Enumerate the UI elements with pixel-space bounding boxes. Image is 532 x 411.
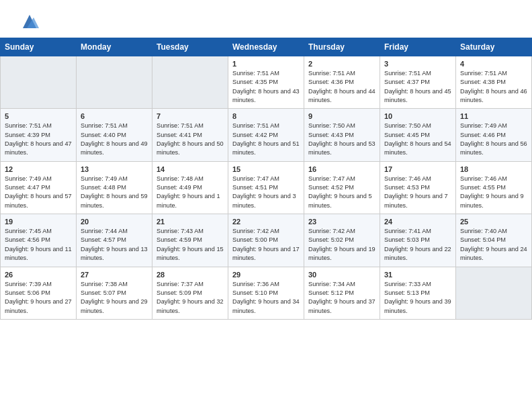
calendar-cell: 21Sunrise: 7:43 AMSunset: 4:59 PMDayligh… (152, 214, 228, 267)
day-info: Sunrise: 7:42 AMSunset: 5:02 PMDaylight:… (308, 227, 375, 263)
day-info: Sunrise: 7:51 AMSunset: 4:42 PMDaylight:… (232, 122, 300, 157)
weekday-header-sunday: Sunday (1, 38, 77, 56)
calendar-cell: 10Sunrise: 7:50 AMSunset: 4:45 PMDayligh… (380, 109, 456, 161)
calendar-cell: 6Sunrise: 7:51 AMSunset: 4:40 PMDaylight… (77, 109, 152, 161)
logo (16, 12, 39, 31)
day-number: 23 (308, 218, 375, 226)
calendar-cell: 16Sunrise: 7:47 AMSunset: 4:52 PMDayligh… (304, 161, 380, 214)
calendar-cell (152, 56, 228, 109)
day-info: Sunrise: 7:51 AMSunset: 4:39 PMDaylight:… (5, 122, 72, 157)
calendar-cell: 19Sunrise: 7:45 AMSunset: 4:56 PMDayligh… (1, 214, 77, 267)
calendar-cell: 17Sunrise: 7:46 AMSunset: 4:53 PMDayligh… (380, 161, 456, 214)
day-info: Sunrise: 7:50 AMSunset: 4:45 PMDaylight:… (384, 122, 451, 157)
calendar-cell: 20Sunrise: 7:44 AMSunset: 4:57 PMDayligh… (77, 214, 152, 267)
day-number: 26 (5, 271, 72, 279)
calendar-week-0: 1Sunrise: 7:51 AMSunset: 4:35 PMDaylight… (1, 56, 532, 109)
calendar-cell: 8Sunrise: 7:51 AMSunset: 4:42 PMDaylight… (228, 109, 304, 161)
calendar-week-3: 19Sunrise: 7:45 AMSunset: 4:56 PMDayligh… (1, 214, 532, 267)
calendar-table: SundayMondayTuesdayWednesdayThursdayFrid… (0, 38, 532, 320)
calendar-week-2: 12Sunrise: 7:49 AMSunset: 4:47 PMDayligh… (1, 161, 532, 214)
calendar-cell: 15Sunrise: 7:47 AMSunset: 4:51 PMDayligh… (228, 161, 304, 214)
calendar-cell: 22Sunrise: 7:42 AMSunset: 5:00 PMDayligh… (228, 214, 304, 267)
calendar-cell: 2Sunrise: 7:51 AMSunset: 4:36 PMDaylight… (304, 56, 380, 109)
calendar-cell: 27Sunrise: 7:38 AMSunset: 5:07 PMDayligh… (77, 267, 152, 319)
day-number: 24 (384, 218, 451, 226)
day-number: 28 (157, 271, 224, 279)
day-info: Sunrise: 7:49 AMSunset: 4:47 PMDaylight:… (5, 175, 72, 210)
calendar-cell: 12Sunrise: 7:49 AMSunset: 4:47 PMDayligh… (1, 161, 77, 214)
day-info: Sunrise: 7:49 AMSunset: 4:46 PMDaylight:… (460, 122, 527, 157)
day-info: Sunrise: 7:43 AMSunset: 4:59 PMDaylight:… (157, 227, 224, 263)
day-info: Sunrise: 7:46 AMSunset: 4:53 PMDaylight:… (384, 175, 451, 210)
day-number: 18 (460, 165, 527, 173)
weekday-header-row: SundayMondayTuesdayWednesdayThursdayFrid… (1, 38, 532, 56)
day-info: Sunrise: 7:48 AMSunset: 4:49 PMDaylight:… (157, 175, 224, 210)
day-number: 11 (460, 112, 527, 120)
day-number: 21 (157, 218, 224, 226)
day-info: Sunrise: 7:34 AMSunset: 5:12 PMDaylight:… (308, 280, 375, 316)
day-info: Sunrise: 7:45 AMSunset: 4:56 PMDaylight:… (5, 227, 72, 263)
calendar-cell: 31Sunrise: 7:33 AMSunset: 5:13 PMDayligh… (380, 267, 456, 319)
day-info: Sunrise: 7:51 AMSunset: 4:38 PMDaylight:… (460, 69, 527, 105)
calendar-cell: 25Sunrise: 7:40 AMSunset: 5:04 PMDayligh… (456, 214, 532, 267)
day-info: Sunrise: 7:44 AMSunset: 4:57 PMDaylight:… (81, 227, 148, 263)
day-info: Sunrise: 7:47 AMSunset: 4:51 PMDaylight:… (232, 175, 300, 210)
weekday-header-monday: Monday (77, 38, 152, 56)
day-info: Sunrise: 7:36 AMSunset: 5:10 PMDaylight:… (232, 280, 300, 316)
day-info: Sunrise: 7:40 AMSunset: 5:04 PMDaylight:… (460, 227, 527, 263)
calendar-body: 1Sunrise: 7:51 AMSunset: 4:35 PMDaylight… (1, 56, 532, 320)
day-info: Sunrise: 7:51 AMSunset: 4:35 PMDaylight:… (232, 69, 300, 105)
day-number: 31 (384, 271, 451, 279)
day-number: 13 (81, 165, 148, 173)
calendar-cell: 24Sunrise: 7:41 AMSunset: 5:03 PMDayligh… (380, 214, 456, 267)
day-info: Sunrise: 7:47 AMSunset: 4:52 PMDaylight:… (308, 175, 375, 210)
weekday-header-wednesday: Wednesday (228, 38, 304, 56)
day-number: 20 (81, 218, 148, 226)
day-number: 14 (157, 165, 224, 173)
calendar-cell: 11Sunrise: 7:49 AMSunset: 4:46 PMDayligh… (456, 109, 532, 161)
day-number: 1 (232, 60, 300, 68)
day-number: 27 (81, 271, 148, 279)
day-number: 10 (384, 112, 451, 120)
day-number: 22 (232, 218, 300, 226)
day-info: Sunrise: 7:33 AMSunset: 5:13 PMDaylight:… (384, 280, 451, 316)
day-number: 7 (157, 112, 224, 120)
day-info: Sunrise: 7:51 AMSunset: 4:40 PMDaylight:… (81, 122, 148, 157)
day-info: Sunrise: 7:38 AMSunset: 5:07 PMDaylight:… (81, 280, 148, 316)
calendar-cell: 13Sunrise: 7:49 AMSunset: 4:48 PMDayligh… (77, 161, 152, 214)
day-number: 12 (5, 165, 72, 173)
day-number: 17 (384, 165, 451, 173)
day-info: Sunrise: 7:51 AMSunset: 4:37 PMDaylight:… (384, 69, 451, 105)
day-number: 8 (232, 112, 300, 120)
day-number: 6 (81, 112, 148, 120)
calendar-cell: 9Sunrise: 7:50 AMSunset: 4:43 PMDaylight… (304, 109, 380, 161)
day-info: Sunrise: 7:37 AMSunset: 5:09 PMDaylight:… (157, 280, 224, 316)
logo-icon (20, 12, 39, 31)
day-info: Sunrise: 7:46 AMSunset: 4:55 PMDaylight:… (460, 175, 527, 210)
day-info: Sunrise: 7:39 AMSunset: 5:06 PMDaylight:… (5, 280, 72, 316)
day-number: 4 (460, 60, 527, 68)
day-number: 19 (5, 218, 72, 226)
day-info: Sunrise: 7:49 AMSunset: 4:48 PMDaylight:… (81, 175, 148, 210)
calendar-week-4: 26Sunrise: 7:39 AMSunset: 5:06 PMDayligh… (1, 267, 532, 319)
calendar-cell: 23Sunrise: 7:42 AMSunset: 5:02 PMDayligh… (304, 214, 380, 267)
page: SundayMondayTuesdayWednesdayThursdayFrid… (0, 0, 532, 411)
calendar-cell: 4Sunrise: 7:51 AMSunset: 4:38 PMDaylight… (456, 56, 532, 109)
calendar-cell: 3Sunrise: 7:51 AMSunset: 4:37 PMDaylight… (380, 56, 456, 109)
day-number: 9 (308, 112, 375, 120)
calendar-cell: 28Sunrise: 7:37 AMSunset: 5:09 PMDayligh… (152, 267, 228, 319)
calendar-cell: 5Sunrise: 7:51 AMSunset: 4:39 PMDaylight… (1, 109, 77, 161)
calendar-cell (1, 56, 77, 109)
calendar-cell (77, 56, 152, 109)
header (0, 0, 532, 38)
day-number: 3 (384, 60, 451, 68)
calendar-cell: 14Sunrise: 7:48 AMSunset: 4:49 PMDayligh… (152, 161, 228, 214)
day-number: 16 (308, 165, 375, 173)
calendar-header: SundayMondayTuesdayWednesdayThursdayFrid… (1, 38, 532, 56)
calendar-cell (456, 267, 532, 319)
weekday-header-tuesday: Tuesday (152, 38, 228, 56)
calendar-cell: 26Sunrise: 7:39 AMSunset: 5:06 PMDayligh… (1, 267, 77, 319)
calendar-week-1: 5Sunrise: 7:51 AMSunset: 4:39 PMDaylight… (1, 109, 532, 161)
calendar-cell: 1Sunrise: 7:51 AMSunset: 4:35 PMDaylight… (228, 56, 304, 109)
day-number: 29 (232, 271, 300, 279)
